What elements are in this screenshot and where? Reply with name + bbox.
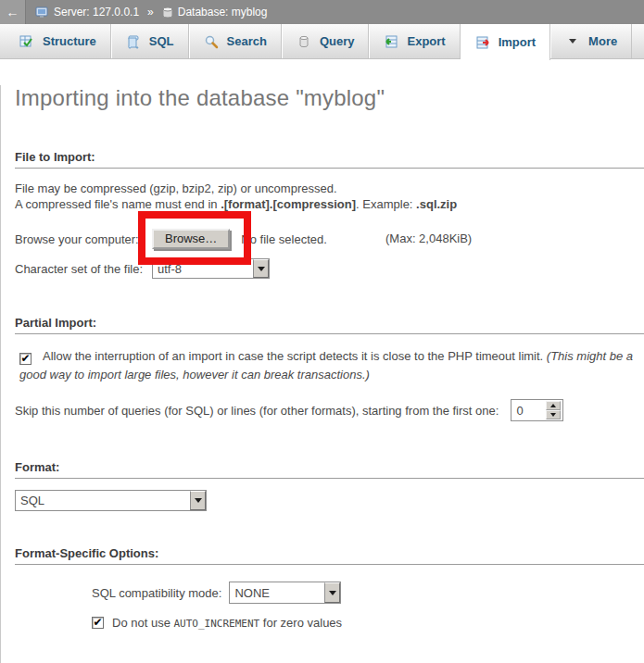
file-upload-row: Browse your computer: Browse… No file se… — [15, 229, 644, 249]
tab-export[interactable]: Export — [369, 24, 460, 58]
tab-label: Import — [499, 35, 536, 49]
charset-select[interactable]: utf-8 — [152, 258, 270, 279]
skip-queries-input[interactable]: 0 — [511, 399, 563, 421]
server-icon — [35, 6, 49, 19]
tab-query[interactable]: Query — [282, 24, 370, 58]
tab-label: Search — [227, 34, 267, 48]
import-page: Importing into the database "myblog" Fil… — [0, 85, 644, 663]
search-icon — [204, 34, 219, 49]
charset-selected-value: utf-8 — [153, 262, 182, 276]
sql-compatibility-value: NONE — [230, 586, 270, 600]
tab-structure[interactable]: Structure — [6, 24, 111, 58]
number-spinner — [546, 401, 561, 419]
charset-row: Character set of the file: utf-8 — [15, 258, 644, 279]
breadcrumb: Server: 127.0.0.1 » Database: myblog — [35, 6, 267, 19]
sql-compatibility-select[interactable]: NONE — [229, 582, 341, 604]
format-select[interactable]: SQL — [15, 490, 207, 511]
breadcrumb-server-link[interactable]: Server: 127.0.0.1 — [54, 6, 139, 19]
chevron-down-icon — [565, 34, 580, 49]
tab-label: Query — [320, 34, 355, 48]
allow-interruption-label: Allow the interruption of an import in c… — [43, 349, 547, 363]
tab-label: More — [588, 34, 617, 48]
breadcrumb-database-link[interactable]: Database: myblog — [178, 6, 268, 19]
dropdown-arrow-icon[interactable] — [190, 491, 206, 510]
auto-increment-checkbox[interactable]: ✔ — [92, 617, 104, 629]
tab-label: Export — [407, 34, 445, 48]
allow-interruption-checkbox[interactable]: ✔ — [19, 353, 32, 365]
browse-label: Browse your computer: — [15, 232, 152, 246]
export-icon — [384, 34, 398, 49]
query-icon — [297, 34, 311, 49]
sql-compatibility-label: SQL compatibility mode: — [92, 586, 221, 600]
tab-label: Structure — [43, 34, 96, 48]
compression-info-text: File may be compressed (gzip, bzip2, zip… — [15, 181, 644, 212]
back-arrow-icon: ← — [6, 5, 19, 19]
sql-icon — [126, 34, 141, 49]
auto-increment-row: ✔ Do not use AUTO_INCREMENT for zero val… — [92, 615, 644, 630]
skip-queries-value: 0 — [511, 404, 523, 418]
back-button[interactable]: ← — [0, 0, 26, 24]
browse-button[interactable]: Browse… — [152, 229, 230, 249]
spinner-up-button[interactable] — [546, 401, 561, 410]
no-file-selected-text: No file selected. — [241, 232, 327, 246]
auto-increment-label: Do not use AUTO_INCREMENT for zero value… — [112, 616, 342, 630]
tab-more[interactable]: More — [550, 24, 632, 58]
skip-queries-row: Skip this number of queries (for SQL) or… — [15, 399, 644, 421]
charset-label: Character set of the file: — [15, 262, 152, 276]
dropdown-arrow-icon[interactable] — [324, 582, 340, 603]
section-heading-format-specific-options: Format-Specific Options: — [15, 546, 644, 565]
tab-bar: Structure SQL Search Query Export Import — [0, 24, 644, 59]
structure-icon — [19, 34, 34, 49]
allow-interruption-row: ✔Allow the interruption of an import in … — [15, 347, 644, 384]
checkmark-icon: ✔ — [93, 617, 102, 628]
dropdown-arrow-icon[interactable] — [253, 259, 269, 278]
spinner-down-button[interactable] — [546, 410, 561, 419]
skip-queries-label: Skip this number of queries (for SQL) or… — [15, 404, 499, 418]
tab-import[interactable]: Import — [461, 24, 550, 60]
section-heading-partial-import: Partial Import: — [15, 316, 644, 334]
breadcrumb-separator: » — [147, 6, 154, 19]
import-icon — [475, 35, 490, 50]
database-icon — [162, 6, 173, 19]
tab-sql[interactable]: SQL — [111, 24, 189, 58]
checkmark-icon: ✔ — [20, 353, 30, 364]
format-selected-value: SQL — [16, 494, 44, 507]
section-heading-format: Format: — [15, 460, 644, 479]
tab-search[interactable]: Search — [189, 24, 282, 58]
page-title: Importing into the database "myblog" — [15, 85, 644, 111]
max-upload-size-text: (Max: 2,048KiB) — [385, 231, 472, 245]
sql-compatibility-row: SQL compatibility mode: NONE — [92, 582, 644, 604]
tab-label: SQL — [149, 34, 174, 48]
section-heading-file-to-import: File to Import: — [15, 150, 644, 169]
breadcrumb-bar: ← Server: 127.0.0.1 » Database: myblog — [0, 0, 644, 24]
